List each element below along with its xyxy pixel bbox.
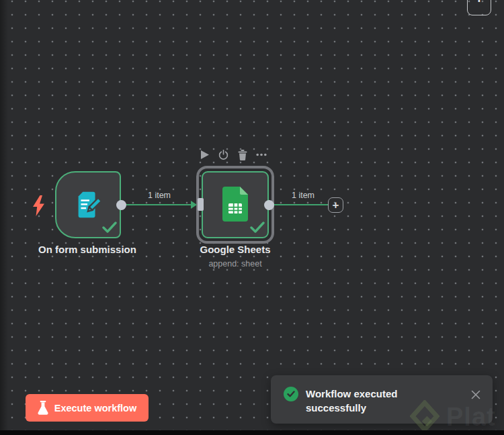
lightning-bolt-icon: [32, 195, 46, 219]
form-pencil-icon: [73, 189, 103, 220]
connection-label-2: 1 item: [283, 191, 323, 200]
success-check-icon: [102, 222, 117, 236]
power-icon[interactable]: [218, 149, 229, 160]
toast-message: Workflow executed successfully: [306, 387, 440, 415]
node-subtitle-google-sheets: append: sheet: [175, 259, 296, 269]
plus-icon: +: [475, 0, 484, 6]
workflow-editor: +: [0, 0, 504, 435]
connection-wire-2: [270, 204, 329, 205]
execute-workflow-label: Execute workflow: [54, 403, 136, 414]
output-connector-form[interactable]: [116, 200, 126, 210]
node-toolbar: [199, 149, 267, 160]
play-icon[interactable]: [199, 149, 210, 160]
output-connector-sheets[interactable]: [264, 200, 274, 210]
connection-arrow-1: [191, 201, 197, 209]
node-title-google-sheets: Google Sheets: [175, 244, 296, 255]
connection-wire-1: [122, 204, 194, 205]
add-node-button[interactable]: +: [467, 0, 491, 15]
execute-workflow-button[interactable]: Execute workflow: [26, 394, 149, 422]
node-google-sheets[interactable]: [202, 171, 269, 238]
ellipsis-icon[interactable]: [255, 149, 267, 160]
node-title-on-form-submission: On form submission: [27, 244, 148, 255]
success-check-icon: [250, 222, 265, 236]
bottom-edge-bar: [0, 430, 504, 435]
close-icon[interactable]: [470, 389, 482, 401]
node-on-form-submission[interactable]: [55, 171, 121, 238]
input-connector-sheets[interactable]: [198, 198, 204, 211]
connection-label-1: 1 item: [139, 191, 179, 200]
toast-notification: Workflow executed successfully: [271, 375, 493, 424]
toast-success-check-icon: [284, 387, 298, 401]
flask-icon: [38, 401, 48, 415]
plus-icon: +: [333, 199, 339, 211]
trash-icon[interactable]: [237, 149, 248, 160]
google-sheets-icon: [222, 187, 249, 222]
add-next-node-button[interactable]: +: [328, 197, 343, 213]
